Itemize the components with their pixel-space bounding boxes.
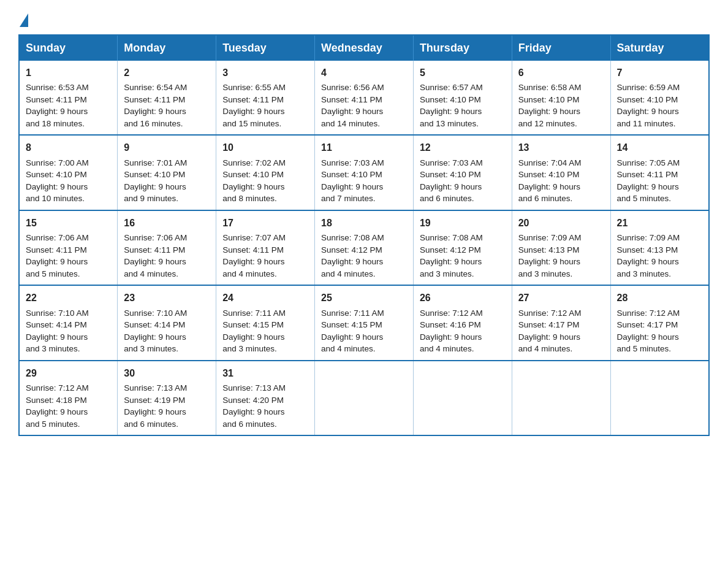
- day-sunset: Sunset: 4:11 PM: [124, 245, 185, 255]
- calendar-cell: 13 Sunrise: 7:04 AM Sunset: 4:10 PM Dayl…: [512, 135, 610, 210]
- day-sunset: Sunset: 4:12 PM: [321, 245, 382, 255]
- day-daylight: Daylight: 9 hours: [420, 332, 482, 342]
- day-sunrise: Sunrise: 7:06 AM: [26, 233, 89, 242]
- day-number: 1: [26, 66, 111, 80]
- calendar-cell: 12 Sunrise: 7:03 AM Sunset: 4:10 PM Dayl…: [413, 135, 512, 210]
- day-daylight: Daylight: 9 hours: [617, 257, 679, 266]
- day-sunset: Sunset: 4:11 PM: [124, 95, 185, 104]
- day-sunrise: Sunrise: 7:04 AM: [518, 158, 582, 167]
- day-number: 30: [124, 366, 210, 380]
- day-daylight: Daylight: 9 hours: [124, 107, 186, 116]
- calendar-cell: 6 Sunrise: 6:58 AM Sunset: 4:10 PM Dayli…: [512, 61, 610, 135]
- day-number: 25: [321, 291, 407, 305]
- calendar-week-row: 29 Sunrise: 7:12 AM Sunset: 4:18 PM Dayl…: [19, 361, 709, 435]
- day-sunset: Sunset: 4:10 PM: [420, 95, 481, 104]
- column-header-friday: Friday: [512, 35, 610, 61]
- calendar-cell: 5 Sunrise: 6:57 AM Sunset: 4:10 PM Dayli…: [413, 61, 512, 135]
- day-daylight: Daylight: 9 hours: [222, 182, 284, 191]
- day-number: 18: [321, 216, 407, 230]
- day-sunset: Sunset: 4:14 PM: [26, 320, 87, 329]
- day-daylight-minutes: and 13 minutes.: [420, 119, 479, 128]
- calendar-cell: [512, 361, 610, 435]
- day-sunrise: Sunrise: 7:03 AM: [420, 158, 483, 167]
- day-number: 14: [617, 140, 702, 155]
- day-daylight: Daylight: 9 hours: [124, 332, 186, 342]
- day-number: 9: [124, 140, 210, 155]
- logo: [18, 12, 29, 23]
- day-sunrise: Sunrise: 7:00 AM: [26, 158, 89, 167]
- day-daylight-minutes: and 3 minutes.: [222, 344, 277, 353]
- day-sunrise: Sunrise: 7:11 AM: [222, 308, 286, 318]
- calendar-cell: 26 Sunrise: 7:12 AM Sunset: 4:16 PM Dayl…: [413, 285, 512, 360]
- calendar-cell: 25 Sunrise: 7:11 AM Sunset: 4:15 PM Dayl…: [315, 285, 414, 360]
- day-sunset: Sunset: 4:13 PM: [518, 245, 580, 255]
- day-daylight-minutes: and 12 minutes.: [518, 119, 577, 128]
- day-sunrise: Sunrise: 7:10 AM: [124, 308, 187, 318]
- day-sunset: Sunset: 4:18 PM: [26, 396, 87, 405]
- calendar-cell: 28 Sunrise: 7:12 AM Sunset: 4:17 PM Dayl…: [610, 285, 709, 360]
- day-daylight-minutes: and 10 minutes.: [26, 194, 85, 203]
- day-number: 16: [124, 216, 210, 230]
- day-daylight-minutes: and 6 minutes.: [518, 194, 573, 203]
- day-daylight: Daylight: 9 hours: [617, 182, 679, 191]
- day-number: 21: [617, 216, 702, 230]
- day-number: 13: [518, 140, 604, 155]
- day-number: 10: [222, 140, 308, 155]
- day-sunset: Sunset: 4:10 PM: [518, 95, 580, 104]
- day-sunset: Sunset: 4:15 PM: [321, 320, 382, 329]
- day-sunset: Sunset: 4:10 PM: [222, 170, 284, 179]
- calendar-week-row: 8 Sunrise: 7:00 AM Sunset: 4:10 PM Dayli…: [19, 135, 709, 210]
- day-daylight: Daylight: 9 hours: [222, 407, 284, 416]
- day-sunset: Sunset: 4:16 PM: [420, 320, 481, 329]
- calendar-cell: 24 Sunrise: 7:11 AM Sunset: 4:15 PM Dayl…: [216, 285, 315, 360]
- day-daylight-minutes: and 4 minutes.: [420, 344, 474, 353]
- day-sunrise: Sunrise: 6:58 AM: [518, 83, 582, 92]
- day-daylight: Daylight: 9 hours: [26, 257, 88, 266]
- day-daylight: Daylight: 9 hours: [518, 257, 580, 266]
- day-sunrise: Sunrise: 7:12 AM: [617, 308, 680, 318]
- day-sunrise: Sunrise: 7:09 AM: [617, 233, 680, 242]
- day-number: 4: [321, 66, 407, 80]
- day-daylight: Daylight: 9 hours: [26, 332, 88, 342]
- day-sunrise: Sunrise: 6:54 AM: [124, 83, 187, 92]
- calendar-cell: 23 Sunrise: 7:10 AM Sunset: 4:14 PM Dayl…: [118, 285, 216, 360]
- day-sunset: Sunset: 4:10 PM: [124, 170, 185, 179]
- day-number: 27: [518, 291, 604, 305]
- day-daylight: Daylight: 9 hours: [222, 107, 284, 116]
- day-daylight: Daylight: 9 hours: [518, 332, 580, 342]
- calendar-cell: 30 Sunrise: 7:13 AM Sunset: 4:19 PM Dayl…: [118, 361, 216, 435]
- calendar-cell: 14 Sunrise: 7:05 AM Sunset: 4:11 PM Dayl…: [610, 135, 709, 210]
- calendar-cell: 27 Sunrise: 7:12 AM Sunset: 4:17 PM Dayl…: [512, 285, 610, 360]
- day-daylight-minutes: and 4 minutes.: [518, 344, 573, 353]
- day-sunset: Sunset: 4:12 PM: [420, 245, 481, 255]
- day-daylight-minutes: and 5 minutes.: [26, 269, 80, 278]
- day-daylight-minutes: and 15 minutes.: [222, 119, 281, 128]
- column-header-saturday: Saturday: [610, 35, 709, 61]
- calendar-week-row: 15 Sunrise: 7:06 AM Sunset: 4:11 PM Dayl…: [19, 210, 709, 285]
- calendar-cell: 31 Sunrise: 7:13 AM Sunset: 4:20 PM Dayl…: [216, 361, 315, 435]
- day-number: 24: [222, 291, 308, 305]
- day-daylight: Daylight: 9 hours: [420, 107, 482, 116]
- day-daylight-minutes: and 4 minutes.: [222, 269, 277, 278]
- day-sunset: Sunset: 4:11 PM: [222, 245, 284, 255]
- day-sunrise: Sunrise: 6:57 AM: [420, 83, 483, 92]
- day-sunset: Sunset: 4:10 PM: [321, 170, 382, 179]
- day-daylight: Daylight: 9 hours: [124, 182, 186, 191]
- calendar-cell: 1 Sunrise: 6:53 AM Sunset: 4:11 PM Dayli…: [19, 61, 118, 135]
- calendar-week-row: 22 Sunrise: 7:10 AM Sunset: 4:14 PM Dayl…: [19, 285, 709, 360]
- calendar-cell: [610, 361, 709, 435]
- day-sunset: Sunset: 4:11 PM: [26, 245, 87, 255]
- day-sunrise: Sunrise: 6:59 AM: [617, 83, 680, 92]
- day-daylight-minutes: and 3 minutes.: [420, 269, 474, 278]
- day-number: 7: [617, 66, 702, 80]
- day-daylight-minutes: and 4 minutes.: [321, 344, 376, 353]
- day-number: 15: [26, 216, 111, 230]
- column-header-tuesday: Tuesday: [216, 35, 315, 61]
- day-number: 19: [420, 216, 506, 230]
- day-sunrise: Sunrise: 7:09 AM: [518, 233, 582, 242]
- day-daylight-minutes: and 3 minutes.: [617, 269, 672, 278]
- day-daylight: Daylight: 9 hours: [321, 107, 383, 116]
- day-daylight: Daylight: 9 hours: [26, 182, 88, 191]
- day-number: 20: [518, 216, 604, 230]
- calendar-cell: 16 Sunrise: 7:06 AM Sunset: 4:11 PM Dayl…: [118, 210, 216, 285]
